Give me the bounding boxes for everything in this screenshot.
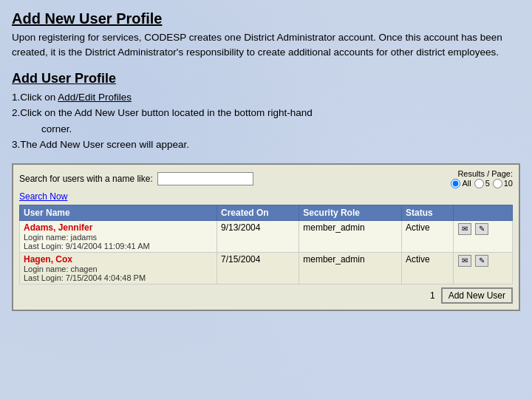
user-login: Login name: chagen (24, 265, 213, 273)
user-name-link[interactable]: Hagen, Cox (24, 254, 72, 265)
radio-row: All 5 10 (451, 179, 513, 188)
radio-5-label: 5 (485, 179, 490, 188)
search-now-link[interactable]: Search Now (19, 191, 67, 202)
table-header-row: User Name Created On Security Role Statu… (20, 205, 513, 220)
add-new-user-label: Add New User (449, 290, 505, 301)
page-number: 1 (227, 290, 434, 301)
search-label: Search for users with a name like: (19, 174, 153, 184)
col-actions (454, 205, 513, 220)
radio-10-label: 10 (504, 179, 513, 188)
col-status: Status (401, 205, 453, 220)
radio-all-input[interactable] (451, 179, 460, 188)
radio-5-input[interactable] (474, 179, 484, 188)
search-input[interactable] (157, 172, 253, 185)
add-new-user-button[interactable]: Add New User (441, 287, 513, 304)
status-cell: Active (401, 220, 453, 252)
step-2-continued: corner. (12, 121, 520, 137)
step-1-link: Add/Edit Profiles (58, 92, 132, 103)
edit-icon[interactable]: ✎ (475, 223, 488, 235)
step-3-text: 3.The Add New User screen will appear. (12, 139, 189, 150)
email-icon[interactable]: ✉ (458, 223, 471, 235)
table-row: Adams, Jennifer Login name: jadams Last … (20, 220, 513, 252)
status-cell: Active (401, 252, 453, 284)
action-icons-cell: ✉ ✎ (454, 252, 513, 284)
bottom-row: 1 Add New User (19, 287, 513, 304)
step-2-text: 2.Click on the Add New User button locat… (12, 107, 313, 118)
search-bar: Search for users with a name like: Resul… (19, 169, 513, 188)
radio-10[interactable]: 10 (493, 179, 513, 188)
user-panel: Search for users with a name like: Resul… (12, 163, 520, 311)
step-1: 1.Click on Add/Edit Profiles (12, 89, 520, 106)
user-login: Login name: jadams (24, 233, 213, 242)
table-row: Hagen, Cox Login name: chagen Last Login… (20, 252, 513, 284)
step-2: 2.Click on the Add New User button locat… (12, 105, 520, 121)
action-icons-cell: ✉ ✎ (454, 220, 513, 252)
page-title: Add New User Profile (12, 10, 520, 27)
radio-10-input[interactable] (493, 179, 502, 188)
user-name-cell: Adams, Jennifer Login name: jadams Last … (20, 220, 217, 252)
col-user-name: User Name (20, 205, 217, 220)
section-title: Add User Profile (12, 71, 520, 86)
rpp-label: Results / Page: (457, 169, 513, 178)
col-security-role: Security Role (299, 205, 402, 220)
steps-container: 1.Click on Add/Edit Profiles 2.Click on … (12, 89, 520, 153)
user-last-login: Last Login: 9/14/2004 11:09:41 AM (24, 242, 213, 250)
created-on-cell: 7/15/2004 (217, 252, 299, 284)
user-name-link[interactable]: Adams, Jennifer (24, 222, 92, 233)
security-role-cell: member_admin (299, 220, 402, 252)
users-table: User Name Created On Security Role Statu… (19, 205, 513, 284)
search-left: Search for users with a name like: (19, 172, 253, 185)
email-icon[interactable]: ✉ (458, 255, 471, 267)
edit-icon[interactable]: ✎ (475, 255, 488, 267)
radio-5[interactable]: 5 (474, 179, 490, 188)
step-3: 3.The Add New User screen will appear. (12, 137, 520, 153)
intro-paragraph: Upon registering for services, CODESP cr… (12, 30, 520, 61)
results-per-page: Results / Page: All 5 10 (451, 169, 513, 188)
user-last-login: Last Login: 7/15/2004 4:04:48 PM (24, 273, 213, 282)
user-name-cell: Hagen, Cox Login name: chagen Last Login… (20, 252, 217, 284)
radio-all[interactable]: All (451, 179, 471, 188)
security-role-cell: member_admin (299, 252, 402, 284)
col-created-on: Created On (217, 205, 299, 220)
intro-text: Upon registering for services, CODESP cr… (12, 32, 502, 58)
step-1-number: 1.Click on (12, 92, 58, 103)
created-on-cell: 9/13/2004 (217, 220, 299, 252)
radio-all-label: All (462, 179, 471, 188)
